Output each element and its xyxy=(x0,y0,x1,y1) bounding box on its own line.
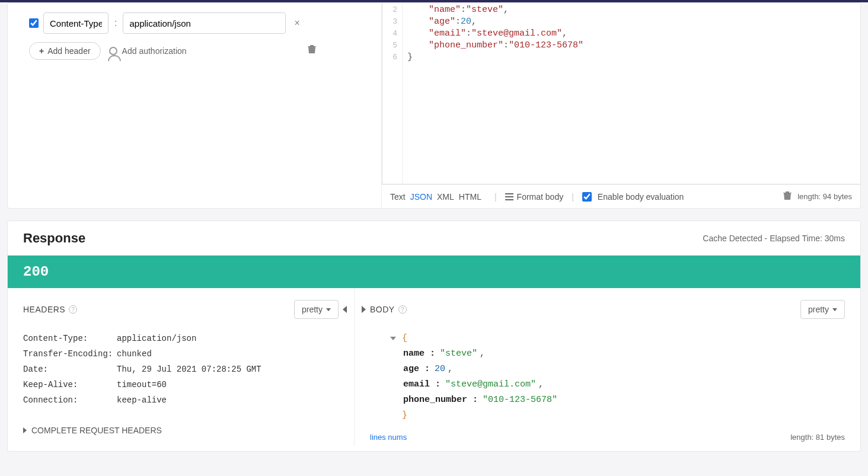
response-header-value: chunked xyxy=(117,346,339,362)
response-headers-table: Content-Type:application/jsonTransfer-En… xyxy=(23,331,339,408)
editor-gutter: 23456 xyxy=(382,3,403,184)
json-row: email : "steve@gmail.com", xyxy=(382,377,845,392)
help-icon[interactable]: ? xyxy=(398,305,407,314)
collapse-body-icon[interactable] xyxy=(362,306,366,313)
response-body-title: BODY ? xyxy=(370,305,407,314)
toolbar-divider: | xyxy=(492,192,499,202)
response-headers-title: HEADERS ? xyxy=(23,305,77,314)
json-row: age : 20, xyxy=(382,362,845,377)
response-title: Response xyxy=(23,231,85,246)
status-bar: 200 xyxy=(8,255,860,288)
body-format-tabs: TextJSONXMLHTML xyxy=(390,192,486,202)
headers-view-mode-label: pretty xyxy=(302,305,323,314)
response-card: Response Cache Detected - Elapsed Time: … xyxy=(7,221,861,452)
add-authorization-button[interactable]: Add authorization xyxy=(109,46,187,56)
plus-icon: + xyxy=(39,46,44,56)
body-tab-html[interactable]: HTML xyxy=(459,192,481,202)
complete-request-headers-toggle[interactable]: COMPLETE REQUEST HEADERS xyxy=(23,426,162,435)
chevron-down-icon xyxy=(326,308,331,311)
response-body-length: length: 81 bytes xyxy=(790,433,845,442)
response-header-value: application/json xyxy=(117,331,339,346)
response-body-json: {name : "steve",age : 20,email : "steve@… xyxy=(370,331,845,423)
json-row: name : "steve", xyxy=(382,346,845,362)
request-body-editor[interactable]: 23456 "name":"steve", "age":20, "email":… xyxy=(382,3,860,184)
remove-header-icon[interactable]: × xyxy=(291,18,303,28)
response-headers-title-text: HEADERS xyxy=(23,305,65,314)
json-collapse-icon[interactable] xyxy=(390,337,396,340)
response-header-row: Keep-Alive:timeout=60 xyxy=(23,377,339,392)
person-icon xyxy=(109,47,117,55)
response-header-key: Connection: xyxy=(23,392,117,408)
body-view-mode-label: pretty xyxy=(808,305,829,314)
response-header-value: keep-alive xyxy=(117,392,339,408)
response-header-key: Transfer-Encoding: xyxy=(23,346,117,362)
request-headers-panel: : × + Add header Add authorization xyxy=(8,3,381,208)
response-header-key: Content-Type: xyxy=(23,331,117,346)
response-header-value: timeout=60 xyxy=(117,377,339,392)
response-header-key: Keep-Alive: xyxy=(23,377,117,392)
help-icon[interactable]: ? xyxy=(69,305,77,314)
body-eval-checkbox[interactable] xyxy=(582,192,592,202)
response-header-key: Date: xyxy=(23,362,117,377)
request-body-length: length: 94 bytes xyxy=(797,192,852,201)
body-tab-json[interactable]: JSON xyxy=(410,192,432,202)
response-header-row: Content-Type:application/json xyxy=(23,331,339,346)
complete-request-headers-label: COMPLETE REQUEST HEADERS xyxy=(31,426,162,435)
body-view-mode-select[interactable]: pretty xyxy=(800,300,845,319)
request-card: : × + Add header Add authorization 23456… xyxy=(7,2,861,209)
lines-nums-toggle[interactable]: lines nums xyxy=(370,433,407,442)
body-tab-xml[interactable]: XML xyxy=(437,192,454,202)
chevron-right-icon xyxy=(23,427,27,433)
toolbar-divider-2: | xyxy=(569,192,576,202)
request-body-panel: 23456 "name":"steve", "age":20, "email":… xyxy=(381,3,860,208)
response-header-row: Transfer-Encoding:chunked xyxy=(23,346,339,362)
delete-headers-icon[interactable] xyxy=(308,44,316,54)
clear-body-icon[interactable] xyxy=(783,191,792,202)
add-header-label: Add header xyxy=(47,46,90,56)
header-name-input[interactable] xyxy=(43,12,108,34)
editor-code[interactable]: "name":"steve", "age":20, "email":"steve… xyxy=(403,3,860,184)
format-icon xyxy=(505,193,513,200)
body-tab-text[interactable]: Text xyxy=(390,192,406,202)
response-header-value: Thu, 29 Jul 2021 07:28:25 GMT xyxy=(117,362,339,377)
response-header-row: Date:Thu, 29 Jul 2021 07:28:25 GMT xyxy=(23,362,339,377)
header-row: : × xyxy=(29,12,360,34)
headers-view-mode-select[interactable]: pretty xyxy=(294,300,339,319)
json-row: phone_number : "010-123-5678" xyxy=(382,392,845,408)
request-body-toolbar: TextJSONXMLHTML | Format body | Enable b… xyxy=(382,184,860,208)
response-headers-column: HEADERS ? pretty Content-Type:applicatio… xyxy=(8,288,355,446)
format-body-label: Format body xyxy=(517,192,564,202)
header-colon: : xyxy=(113,18,118,28)
status-code: 200 xyxy=(23,264,49,280)
header-value-input[interactable] xyxy=(123,12,286,34)
body-eval-label: Enable body evaluation xyxy=(598,192,684,202)
response-header-bar: Response Cache Detected - Elapsed Time: … xyxy=(8,221,860,255)
header-enabled-checkbox[interactable] xyxy=(29,18,39,28)
response-body-title-text: BODY xyxy=(370,305,395,314)
format-body-button[interactable]: Format body xyxy=(505,192,564,202)
response-meta: Cache Detected - Elapsed Time: 30ms xyxy=(703,234,845,243)
response-body-column: BODY ? pretty {name : "steve",age : 20,e… xyxy=(355,288,860,446)
response-header-row: Connection:keep-alive xyxy=(23,392,339,408)
add-header-button[interactable]: + Add header xyxy=(29,42,101,60)
response-columns: HEADERS ? pretty Content-Type:applicatio… xyxy=(8,288,860,446)
collapse-headers-icon[interactable] xyxy=(343,306,347,313)
add-authorization-label: Add authorization xyxy=(122,46,187,56)
chevron-down-icon xyxy=(832,308,837,311)
